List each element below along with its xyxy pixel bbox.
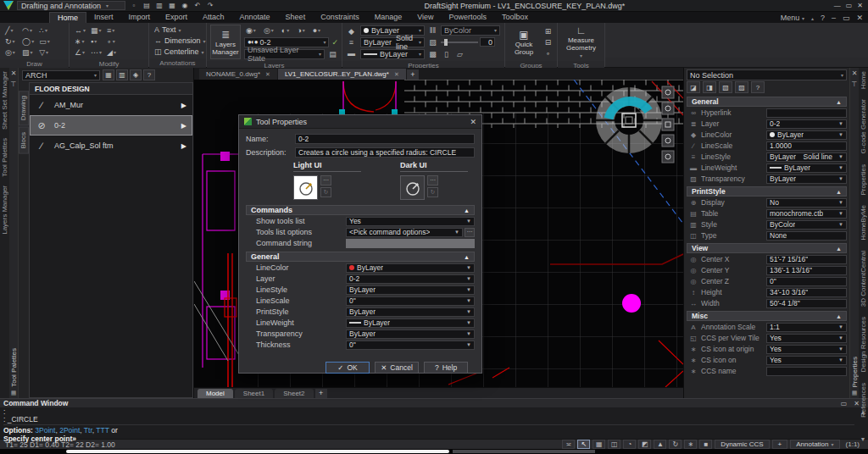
section-header-misc[interactable]: Misc▲ — [687, 311, 847, 321]
dynamic-ccs-button[interactable]: Dynamic CCS — [715, 440, 769, 449]
select-filter-icon[interactable]: ◪ — [687, 81, 700, 93]
description-field[interactable]: Creates a circle using a specified radiu… — [295, 147, 475, 158]
dialog-property-field[interactable]: ByLayer ▼ — [346, 307, 475, 317]
doc-close-icon[interactable]: ✕ — [856, 14, 863, 22]
hatch-icon[interactable]: ▨▾ — [20, 47, 36, 58]
restore-icon[interactable]: ▭ — [846, 2, 853, 9]
print-icon[interactable]: ◉ — [180, 1, 190, 10]
dialog-property-field[interactable]: 0" ▼ — [346, 296, 475, 306]
ribbon-tab[interactable]: Constraints — [313, 12, 367, 23]
property-field[interactable]: ByLayer Solid line ▼ — [766, 152, 847, 162]
import-icon[interactable]: ▥ — [154, 1, 164, 10]
dialog-property-field[interactable]: ByLayer ▼ — [346, 285, 475, 295]
layer-visibility-icon[interactable]: ◉▾ — [244, 26, 258, 35]
sheet-tab[interactable]: Sheet1 — [235, 389, 273, 398]
undo-icon[interactable]: ↶ — [192, 1, 203, 10]
property-field[interactable]: 0" ▼ — [766, 277, 847, 286]
browse-light-icon-button[interactable]: ⋯ — [320, 175, 331, 185]
dock-tab[interactable]: HomeByMe — [860, 205, 867, 241]
dialog-property-field[interactable]: 0-2 ▼ — [346, 274, 475, 284]
document-tab[interactable]: NONAME_0.dwg* ✕ — [199, 69, 277, 80]
property-field[interactable]: ByLayer ▼ — [766, 130, 847, 140]
layer-preview-icon[interactable]: ●▾ — [311, 26, 322, 35]
add-scale-button[interactable]: + — [772, 440, 788, 449]
command-history[interactable]: : : _CIRCLE Options: 3Point 2Point Ttr — [0, 407, 858, 444]
section-header-printstyle[interactable]: PrintStyle▲ — [687, 186, 847, 197]
stretch-icon[interactable]: ∗▾ — [73, 36, 87, 47]
ribbon-tab[interactable]: Manage — [367, 12, 410, 23]
fillet-icon[interactable]: ◢▾ — [105, 47, 120, 58]
command-option-link[interactable]: Ttr — [84, 426, 97, 435]
new-sheet-button[interactable]: + — [315, 389, 327, 398]
grid-icon[interactable]: ▦ — [593, 440, 605, 449]
flyout-arrow-icon[interactable]: ▶ — [181, 102, 186, 109]
move-icon[interactable]: ↔▾ — [73, 25, 87, 36]
selection-combo[interactable]: No Selection▾ — [687, 69, 847, 80]
centerline-icon[interactable]: ◫Centerline▾ — [153, 47, 208, 57]
transparency-tool-icon[interactable]: ▨ — [427, 37, 438, 47]
linestyle-tool-icon[interactable]: ≡ — [346, 37, 357, 47]
more-icon[interactable]: ⋯▾ — [89, 47, 103, 58]
select-window-icon[interactable]: ▧ — [719, 81, 732, 93]
ribbon-tab[interactable]: Sheet — [278, 12, 314, 23]
point-icon[interactable]: ∴▾ — [37, 25, 53, 36]
property-field[interactable]: 34'-10 3/16" ▼ — [766, 288, 847, 297]
dialog-section-general[interactable]: General▲ — [246, 252, 475, 262]
esnap-icon[interactable]: ◩ — [638, 440, 651, 449]
text-icon[interactable]: AText▾ — [153, 25, 208, 35]
close-icon[interactable]: ✕ — [857, 2, 863, 9]
linecolor-tool-icon[interactable]: ◆ — [346, 26, 357, 36]
reset-light-icon-button[interactable]: ↻ — [320, 187, 331, 197]
ribbon-tab[interactable]: View — [409, 12, 441, 23]
ribbon-tab[interactable]: Insert — [86, 12, 121, 23]
pattern-icon[interactable]: ▦▾ — [89, 25, 103, 36]
property-field[interactable]: Yes ▼ — [766, 334, 847, 343]
close-icon[interactable]: ✕ — [854, 400, 860, 407]
close-tab-icon[interactable]: ✕ — [394, 71, 399, 78]
ribbon-lineweight-combo[interactable]: ByLayer▾ — [360, 49, 425, 59]
property-field[interactable]: 0-2 ▼ — [766, 119, 847, 129]
dialog-property-field[interactable]: <Pick command options> ▼ — [346, 228, 463, 237]
close-tab-icon[interactable]: ✕ — [265, 71, 270, 78]
palette-tab[interactable]: Drawing — [19, 91, 29, 125]
dialog-section-commands[interactable]: Commands▲ — [246, 205, 475, 215]
menu-button[interactable]: Menu ▾ — [781, 14, 804, 22]
slider-thumb[interactable] — [444, 39, 448, 46]
snap-icon[interactable]: ≍ — [562, 440, 575, 449]
property-field[interactable]: 51'-7 15/16" ▼ — [766, 255, 847, 264]
property-field[interactable]: ▼ — [766, 108, 847, 118]
layer-freeze-icon[interactable]: ◎▾ — [262, 26, 275, 35]
dialog-property-field[interactable]: ▼ — [346, 239, 475, 248]
document-tab[interactable]: LV1_ENCLOSUR..EY_PLAN.dwg* ✕ — [278, 69, 406, 80]
annotation-scale-dropdown[interactable]: Annotation▾ — [790, 440, 839, 449]
arc-icon[interactable]: ◠▾ — [20, 25, 36, 36]
dock-tab[interactable]: G-code Generator — [860, 99, 867, 153]
dark-ui-preview[interactable] — [400, 175, 425, 200]
lineweight-tool-icon[interactable]: ▬ — [346, 48, 357, 58]
light-ui-preview[interactable] — [293, 175, 318, 200]
view-options-icon[interactable]: ▥ — [116, 69, 128, 80]
property-field[interactable]: ByColor ▼ — [766, 220, 847, 230]
sheet-tab[interactable]: Sheet2 — [275, 389, 313, 398]
scale-icon[interactable]: ▪▾ — [89, 36, 103, 47]
collapse-ribbon-icon[interactable]: ▴ — [811, 15, 814, 21]
dock-tab[interactable]: 3D ContentCentral — [860, 251, 867, 307]
flyout-arrow-icon[interactable]: ▶ — [181, 122, 186, 130]
spline-icon[interactable]: ↻▾ — [3, 36, 19, 47]
dialog-property-field[interactable]: 0" ▼ — [346, 340, 475, 350]
property-field[interactable]: ByLayer ▼ — [766, 174, 847, 184]
redo-icon[interactable]: ↷ — [205, 1, 215, 10]
chamfer-icon[interactable]: ∠▾ — [73, 47, 87, 58]
makeflat-icon[interactable]: ▩ — [427, 49, 438, 59]
layers-manager-button[interactable]: ≣ LayersManager — [210, 25, 241, 59]
command-option-link[interactable]: 3Point — [35, 426, 59, 435]
select-add-icon[interactable]: ◨ — [703, 81, 716, 93]
property-field[interactable]: ByLayer ▼ — [766, 163, 847, 173]
property-field[interactable]: 1:1 ▼ — [766, 323, 847, 332]
property-field[interactable]: 50'-4 1/8" ▼ — [766, 299, 847, 308]
dock-tab[interactable]: References — [860, 383, 867, 418]
palette-help-icon[interactable]: ? — [143, 69, 155, 80]
palette-item[interactable]: ∕ AG_Calp_Sol ftm ▶ — [30, 136, 192, 156]
pin-icon[interactable]: ⊤ — [852, 80, 858, 88]
rectangle-icon[interactable]: ▭▾ — [37, 36, 53, 47]
